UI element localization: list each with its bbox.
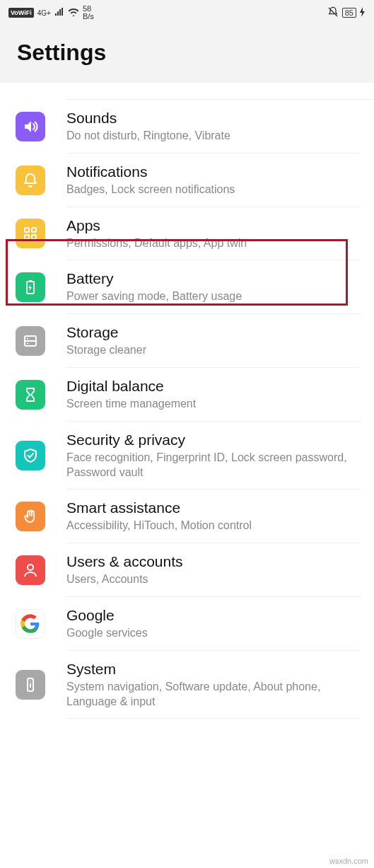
item-subtitle: Power saving mode, Battery usage — [66, 289, 354, 304]
item-title: Security & privacy — [66, 432, 354, 449]
item-title: Storage — [66, 324, 354, 341]
wifi-icon — [68, 8, 79, 18]
svg-rect-0 — [25, 228, 29, 232]
settings-item-google[interactable]: GoogleGoogle services — [0, 597, 374, 651]
user-icon — [16, 555, 45, 585]
settings-item-users[interactable]: Users & accountsUsers, Accounts — [0, 543, 374, 597]
item-title: Battery — [66, 270, 354, 287]
item-subtitle: Permissions, Default apps, App twin — [66, 236, 354, 251]
storage-icon — [16, 326, 45, 356]
watermark: wsxdn.com — [329, 857, 368, 865]
item-text: SystemSystem navigation, Software update… — [66, 661, 360, 710]
settings-item-security[interactable]: Security & privacyFace recognition, Fing… — [0, 422, 374, 490]
google-icon — [16, 609, 45, 639]
status-right: 85 — [327, 6, 366, 20]
item-subtitle: Do not disturb, Ringtone, Vibrate — [66, 129, 354, 144]
bell-icon — [16, 166, 45, 195]
item-title: Sounds — [66, 110, 354, 127]
settings-item-storage[interactable]: StorageStorage cleaner — [0, 314, 374, 368]
battery-icon — [16, 272, 45, 302]
sound-icon — [16, 112, 45, 141]
network-speed: 58B/s — [83, 5, 94, 21]
apps-icon — [16, 219, 45, 248]
item-title: System — [66, 661, 354, 678]
item-title: Apps — [66, 217, 354, 234]
item-title: Google — [66, 607, 354, 624]
item-subtitle: Face recognition, Fingerprint ID, Lock s… — [66, 451, 354, 480]
settings-item-system[interactable]: SystemSystem navigation, Software update… — [0, 651, 374, 719]
hand-icon — [16, 502, 45, 531]
svg-point-12 — [30, 681, 31, 682]
item-text: Users & accountsUsers, Accounts — [66, 553, 360, 587]
item-text: GoogleGoogle services — [66, 607, 360, 641]
settings-item-battery[interactable]: BatteryPower saving mode, Battery usage — [0, 260, 374, 314]
item-subtitle: Google services — [66, 626, 354, 641]
status-left: VoWiFi 4G+ 58B/s — [8, 5, 94, 21]
settings-list[interactable]: SoundsDo not disturb, Ringtone, VibrateN… — [0, 100, 374, 726]
item-subtitle: Accessibility, HiTouch, Motion control — [66, 519, 354, 533]
settings-item-sounds[interactable]: SoundsDo not disturb, Ringtone, Vibrate — [0, 100, 374, 154]
item-title: Users & accounts — [66, 553, 354, 570]
settings-item-smart-assistance[interactable]: Smart assistanceAccessibility, HiTouch, … — [0, 490, 374, 543]
item-text: StorageStorage cleaner — [66, 324, 360, 358]
item-text: Smart assistanceAccessibility, HiTouch, … — [66, 499, 360, 533]
item-text: Security & privacyFace recognition, Fing… — [66, 432, 360, 480]
hourglass-icon — [16, 380, 45, 410]
item-subtitle: Storage cleaner — [66, 343, 354, 358]
svg-rect-2 — [25, 235, 29, 239]
item-title: Digital balance — [66, 378, 354, 395]
item-text: BatteryPower saving mode, Battery usage — [66, 270, 360, 304]
item-subtitle: Users, Accounts — [66, 572, 354, 587]
system-icon — [16, 670, 45, 700]
item-title: Notifications — [66, 163, 354, 180]
page-title: Settings — [17, 40, 357, 66]
svg-rect-5 — [29, 280, 32, 282]
svg-rect-1 — [32, 228, 36, 232]
page-header: Settings — [0, 25, 374, 83]
mute-icon — [327, 6, 339, 20]
battery-indicator: 85 — [342, 8, 356, 18]
item-text: NotificationsBadges, Lock screen notific… — [66, 163, 360, 197]
svg-point-9 — [27, 343, 28, 345]
svg-rect-13 — [30, 683, 31, 688]
item-text: SoundsDo not disturb, Ringtone, Vibrate — [66, 110, 360, 144]
status-bar: VoWiFi 4G+ 58B/s 85 — [0, 0, 374, 25]
svg-point-8 — [27, 338, 28, 340]
item-subtitle: Badges, Lock screen notifications — [66, 183, 354, 197]
divider — [66, 718, 360, 719]
partial-previous-item — [66, 83, 374, 100]
svg-rect-3 — [32, 235, 36, 239]
network-type: 4G+ — [37, 9, 51, 17]
item-subtitle: Screen time management — [66, 397, 354, 412]
signal-icon — [54, 8, 64, 18]
item-subtitle: System navigation, Software update, Abou… — [66, 680, 354, 710]
settings-item-notifications[interactable]: NotificationsBadges, Lock screen notific… — [0, 154, 374, 207]
settings-item-apps[interactable]: AppsPermissions, Default apps, App twin — [0, 207, 374, 261]
item-text: Digital balanceScreen time management — [66, 378, 360, 412]
item-text: AppsPermissions, Default apps, App twin — [66, 217, 360, 251]
svg-point-10 — [28, 565, 33, 570]
vowifi-badge: VoWiFi — [8, 8, 34, 18]
shield-icon — [16, 441, 45, 470]
item-title: Smart assistance — [66, 499, 354, 516]
settings-item-digital-balance[interactable]: Digital balanceScreen time management — [0, 368, 374, 422]
charging-icon — [360, 7, 366, 19]
